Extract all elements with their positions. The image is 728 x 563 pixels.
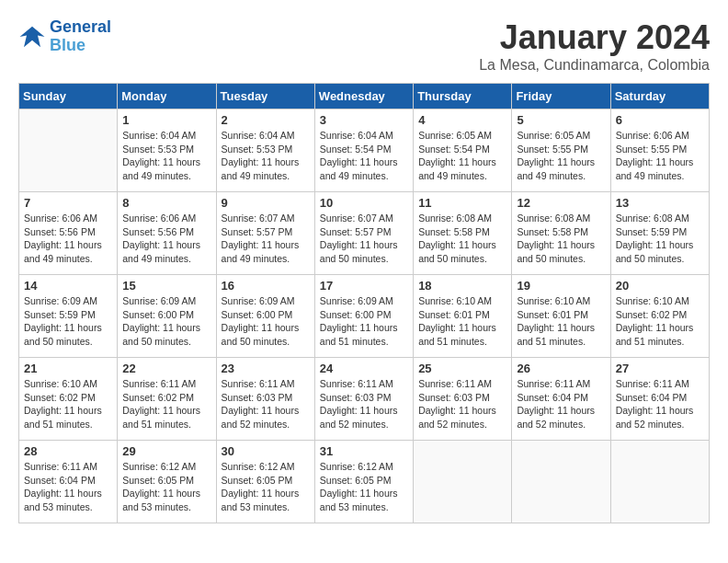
calendar-table: SundayMondayTuesdayWednesdayThursdayFrid… (18, 83, 710, 523)
day-number: 12 (517, 196, 605, 210)
day-info: Sunrise: 6:10 AMSunset: 6:01 PMDaylight:… (418, 294, 506, 349)
day-number: 27 (616, 362, 704, 375)
day-info: Sunrise: 6:11 AMSunset: 6:03 PMDaylight:… (320, 377, 408, 431)
day-cell: 30Sunrise: 6:12 AMSunset: 6:05 PMDayligh… (216, 441, 314, 523)
day-info: Sunrise: 6:11 AMSunset: 6:04 PMDaylight:… (616, 377, 704, 431)
logo-text: GeneralBlue (50, 18, 111, 55)
day-number: 13 (616, 196, 704, 210)
day-info: Sunrise: 6:04 AMSunset: 5:54 PMDaylight:… (320, 129, 408, 183)
day-number: 4 (418, 113, 506, 127)
week-row-3: 14Sunrise: 6:09 AMSunset: 5:59 PMDayligh… (19, 275, 710, 358)
day-cell: 29Sunrise: 6:12 AMSunset: 6:05 PMDayligh… (118, 441, 216, 523)
day-info: Sunrise: 6:05 AMSunset: 5:54 PMDaylight:… (418, 129, 506, 183)
day-info: Sunrise: 6:09 AMSunset: 6:00 PMDaylight:… (320, 294, 408, 349)
day-number: 26 (517, 362, 605, 375)
day-info: Sunrise: 6:11 AMSunset: 6:03 PMDaylight:… (418, 377, 506, 431)
day-cell: 17Sunrise: 6:09 AMSunset: 6:00 PMDayligh… (314, 275, 413, 358)
day-cell: 10Sunrise: 6:07 AMSunset: 5:57 PMDayligh… (314, 192, 413, 275)
day-info: Sunrise: 6:09 AMSunset: 5:59 PMDaylight:… (24, 294, 112, 349)
day-number: 10 (320, 196, 408, 210)
day-number: 20 (616, 279, 704, 293)
day-info: Sunrise: 6:11 AMSunset: 6:04 PMDaylight:… (24, 460, 112, 514)
day-cell: 18Sunrise: 6:10 AMSunset: 6:01 PMDayligh… (414, 275, 512, 358)
day-cell: 5Sunrise: 6:05 AMSunset: 5:55 PMDaylight… (512, 109, 610, 192)
day-info: Sunrise: 6:09 AMSunset: 6:00 PMDaylight:… (122, 294, 210, 349)
week-row-2: 7Sunrise: 6:06 AMSunset: 5:56 PMDaylight… (19, 192, 710, 275)
title-area: January 2024 La Mesa, Cundinamarca, Colo… (479, 18, 710, 74)
logo: GeneralBlue (18, 18, 111, 55)
weekday-friday: Friday (512, 84, 610, 109)
day-number: 11 (418, 196, 506, 210)
day-info: Sunrise: 6:06 AMSunset: 5:56 PMDaylight:… (24, 212, 112, 266)
day-number: 23 (222, 362, 310, 375)
day-info: Sunrise: 6:07 AMSunset: 5:57 PMDaylight:… (222, 212, 310, 266)
day-cell: 27Sunrise: 6:11 AMSunset: 6:04 PMDayligh… (610, 358, 709, 441)
day-info: Sunrise: 6:10 AMSunset: 6:02 PMDaylight:… (616, 294, 704, 349)
day-cell: 26Sunrise: 6:11 AMSunset: 6:04 PMDayligh… (512, 358, 610, 441)
day-info: Sunrise: 6:11 AMSunset: 6:04 PMDaylight:… (517, 377, 605, 431)
weekday-sunday: Sunday (19, 84, 118, 109)
day-number: 8 (122, 196, 210, 210)
day-number: 6 (616, 113, 704, 127)
day-info: Sunrise: 6:04 AMSunset: 5:53 PMDaylight:… (122, 129, 210, 183)
weekday-header: SundayMondayTuesdayWednesdayThursdayFrid… (19, 84, 710, 109)
day-cell: 21Sunrise: 6:10 AMSunset: 6:02 PMDayligh… (19, 358, 118, 441)
day-number: 18 (418, 279, 506, 293)
day-number: 15 (122, 279, 210, 293)
day-number: 2 (222, 113, 310, 127)
weekday-monday: Monday (118, 84, 216, 109)
day-info: Sunrise: 6:12 AMSunset: 6:05 PMDaylight:… (122, 460, 210, 514)
day-cell: 23Sunrise: 6:11 AMSunset: 6:03 PMDayligh… (216, 358, 314, 441)
day-cell: 20Sunrise: 6:10 AMSunset: 6:02 PMDayligh… (610, 275, 709, 358)
day-cell: 12Sunrise: 6:08 AMSunset: 5:58 PMDayligh… (512, 192, 610, 275)
day-cell (610, 441, 709, 523)
day-info: Sunrise: 6:08 AMSunset: 5:59 PMDaylight:… (616, 212, 704, 266)
svg-marker-0 (20, 27, 45, 48)
day-cell: 2Sunrise: 6:04 AMSunset: 5:53 PMDaylight… (216, 109, 314, 192)
week-row-4: 21Sunrise: 6:10 AMSunset: 6:02 PMDayligh… (19, 358, 710, 441)
day-number: 1 (122, 113, 210, 127)
day-number: 29 (122, 444, 210, 458)
location-title: La Mesa, Cundinamarca, Colombia (479, 57, 710, 74)
day-number: 17 (320, 279, 408, 293)
day-cell: 14Sunrise: 6:09 AMSunset: 5:59 PMDayligh… (19, 275, 118, 358)
weekday-tuesday: Tuesday (216, 84, 314, 109)
day-info: Sunrise: 6:06 AMSunset: 5:55 PMDaylight:… (616, 129, 704, 183)
weekday-saturday: Saturday (610, 84, 709, 109)
day-info: Sunrise: 6:11 AMSunset: 6:02 PMDaylight:… (122, 377, 210, 431)
day-number: 19 (517, 279, 605, 293)
calendar-body: 1Sunrise: 6:04 AMSunset: 5:53 PMDaylight… (19, 109, 710, 523)
day-cell (414, 441, 512, 523)
day-info: Sunrise: 6:07 AMSunset: 5:57 PMDaylight:… (320, 212, 408, 266)
day-cell: 6Sunrise: 6:06 AMSunset: 5:55 PMDaylight… (610, 109, 709, 192)
day-info: Sunrise: 6:11 AMSunset: 6:03 PMDaylight:… (222, 377, 310, 431)
day-cell: 16Sunrise: 6:09 AMSunset: 6:00 PMDayligh… (216, 275, 314, 358)
day-number: 22 (122, 362, 210, 375)
day-number: 9 (222, 196, 310, 210)
day-cell: 11Sunrise: 6:08 AMSunset: 5:58 PMDayligh… (414, 192, 512, 275)
day-cell: 1Sunrise: 6:04 AMSunset: 5:53 PMDaylight… (118, 109, 216, 192)
day-number: 7 (24, 196, 112, 210)
day-number: 31 (320, 444, 408, 458)
day-info: Sunrise: 6:05 AMSunset: 5:55 PMDaylight:… (517, 129, 605, 183)
day-info: Sunrise: 6:12 AMSunset: 6:05 PMDaylight:… (222, 460, 310, 514)
day-number: 21 (24, 362, 112, 375)
day-cell: 9Sunrise: 6:07 AMSunset: 5:57 PMDaylight… (216, 192, 314, 275)
day-cell: 31Sunrise: 6:12 AMSunset: 6:05 PMDayligh… (314, 441, 413, 523)
day-number: 25 (418, 362, 506, 375)
day-cell: 24Sunrise: 6:11 AMSunset: 6:03 PMDayligh… (314, 358, 413, 441)
day-number: 28 (24, 444, 112, 458)
day-cell: 7Sunrise: 6:06 AMSunset: 5:56 PMDaylight… (19, 192, 118, 275)
day-cell (19, 109, 118, 192)
day-info: Sunrise: 6:08 AMSunset: 5:58 PMDaylight:… (517, 212, 605, 266)
day-info: Sunrise: 6:04 AMSunset: 5:53 PMDaylight:… (222, 129, 310, 183)
day-number: 24 (320, 362, 408, 375)
weekday-wednesday: Wednesday (314, 84, 413, 109)
day-info: Sunrise: 6:09 AMSunset: 6:00 PMDaylight:… (222, 294, 310, 349)
day-cell: 28Sunrise: 6:11 AMSunset: 6:04 PMDayligh… (19, 441, 118, 523)
week-row-1: 1Sunrise: 6:04 AMSunset: 5:53 PMDaylight… (19, 109, 710, 192)
day-cell: 4Sunrise: 6:05 AMSunset: 5:54 PMDaylight… (414, 109, 512, 192)
day-cell: 3Sunrise: 6:04 AMSunset: 5:54 PMDaylight… (314, 109, 413, 192)
day-info: Sunrise: 6:10 AMSunset: 6:01 PMDaylight:… (517, 294, 605, 349)
day-number: 3 (320, 113, 408, 127)
